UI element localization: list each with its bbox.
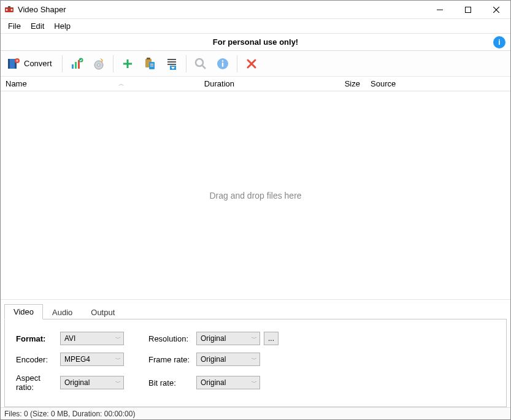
minimize-button[interactable]	[426, 1, 454, 19]
app-window: Video Shaper File Edit Help For personal…	[0, 0, 511, 420]
bitrate-label: Bit rate:	[148, 378, 196, 388]
column-source-label: Source	[371, 79, 396, 88]
menu-file[interactable]: File	[3, 20, 26, 32]
aspect-value: Original	[64, 378, 90, 387]
svg-rect-3	[8, 6, 10, 8]
convert-label: Convert	[24, 59, 52, 68]
info-icon[interactable]: i	[493, 36, 505, 48]
add-button[interactable]	[117, 53, 138, 74]
settings-panel: Video Audio Output Format: AVI﹀ Resoluti…	[1, 299, 510, 407]
convert-button[interactable]: Convert	[4, 53, 58, 74]
toolbar-separator	[237, 55, 237, 72]
info-circle-icon	[216, 57, 229, 71]
aspect-select[interactable]: Original﹀	[60, 376, 124, 389]
plus-icon	[121, 58, 134, 70]
drop-hint: Drag and drop files here	[209, 191, 301, 200]
svg-rect-21	[147, 58, 150, 59]
encoder-value: MPEG4	[64, 355, 90, 364]
toolbar: Convert	[1, 51, 510, 77]
resolution-label: Resolution:	[148, 334, 196, 343]
chevron-down-icon: ﹀	[115, 335, 121, 343]
file-list-drop-area[interactable]: Drag and drop files here	[1, 91, 510, 299]
maximize-button[interactable]	[454, 1, 482, 19]
svg-rect-9	[8, 59, 10, 69]
sort-indicator-icon: ︿	[118, 80, 125, 88]
framerate-label: Frame rate:	[148, 355, 196, 364]
tab-audio[interactable]: Audio	[43, 305, 82, 319]
resolution-select[interactable]: Original﹀	[196, 332, 260, 345]
svg-point-30	[196, 59, 203, 66]
video-panel: Format: AVI﹀ Resolution: Original﹀ ... E…	[4, 319, 507, 407]
status-text: Files: 0 (Size: 0 MB, Duration: 00:00:00…	[4, 410, 135, 418]
close-button[interactable]	[482, 1, 510, 19]
x-icon	[245, 58, 258, 70]
svg-rect-12	[72, 64, 74, 69]
column-duration[interactable]: Duration	[133, 77, 240, 91]
chevron-down-icon: ﹀	[252, 356, 257, 364]
magnifier-icon	[194, 57, 207, 71]
svg-rect-23	[150, 64, 153, 64]
svg-rect-13	[75, 62, 77, 69]
format-label: Format:	[16, 334, 60, 343]
svg-point-2	[11, 9, 13, 10]
bitrate-select[interactable]: Original﹀	[196, 376, 260, 389]
svg-line-31	[202, 66, 206, 69]
svg-point-33	[221, 60, 223, 62]
clipboard-paste-icon	[144, 57, 156, 71]
column-source[interactable]: Source	[366, 77, 510, 91]
encoder-select[interactable]: MPEG4﹀	[60, 353, 124, 366]
menu-help[interactable]: Help	[49, 20, 75, 32]
burn-disc-button[interactable]	[88, 53, 109, 74]
framerate-value: Original	[201, 355, 226, 364]
banner: For personal use only! i	[1, 34, 510, 51]
svg-point-1	[6, 9, 8, 10]
equalizer-icon	[70, 57, 83, 71]
bitrate-value: Original	[201, 378, 226, 387]
framerate-select[interactable]: Original﹀	[196, 353, 260, 366]
svg-rect-5	[466, 7, 471, 12]
svg-rect-24	[150, 66, 153, 66]
banner-message: For personal use only!	[213, 37, 298, 47]
chevron-down-icon: ﹀	[252, 379, 257, 387]
equalizer-button[interactable]	[66, 53, 87, 74]
toolbar-separator	[113, 55, 113, 72]
svg-rect-34	[221, 63, 223, 67]
menu-bar: File Edit Help	[1, 19, 510, 34]
tab-output[interactable]: Output	[82, 305, 124, 319]
search-button[interactable]	[190, 53, 211, 74]
disc-burn-icon	[92, 57, 106, 71]
menu-edit[interactable]: Edit	[26, 20, 49, 32]
column-size[interactable]: Size	[240, 77, 366, 91]
aspect-label: Aspect ratio:	[16, 373, 60, 392]
app-icon	[4, 5, 14, 15]
window-title: Video Shaper	[18, 5, 66, 14]
format-select[interactable]: AVI﹀	[60, 332, 124, 345]
chevron-down-icon: ﹀	[115, 379, 121, 387]
resolution-value: Original	[201, 334, 226, 343]
encoder-label: Encoder:	[16, 355, 60, 364]
toolbar-separator	[186, 55, 186, 72]
tab-strip: Video Audio Output	[4, 304, 507, 319]
column-size-label: Size	[345, 79, 360, 88]
filmstrip-icon	[7, 57, 20, 71]
paste-button[interactable]	[139, 53, 160, 74]
chevron-down-icon: ﹀	[252, 335, 257, 343]
tab-video[interactable]: Video	[4, 304, 43, 319]
toolbar-separator	[62, 55, 63, 72]
status-bar: Files: 0 (Size: 0 MB, Duration: 00:00:00…	[1, 407, 510, 419]
svg-point-17	[98, 64, 100, 66]
remove-button[interactable]	[241, 53, 262, 74]
info-button[interactable]	[212, 53, 233, 74]
format-value: AVI	[64, 334, 75, 343]
list-header: Name ︿ Duration Size Source	[1, 77, 510, 91]
list-dropdown-icon	[166, 57, 178, 71]
column-name-label: Name	[6, 79, 27, 88]
column-duration-label: Duration	[204, 79, 234, 88]
list-dropdown-button[interactable]	[161, 53, 182, 74]
column-name[interactable]: Name ︿	[1, 77, 133, 91]
chevron-down-icon: ﹀	[115, 356, 121, 364]
resolution-more-button[interactable]: ...	[264, 332, 279, 345]
title-bar: Video Shaper	[1, 1, 510, 19]
